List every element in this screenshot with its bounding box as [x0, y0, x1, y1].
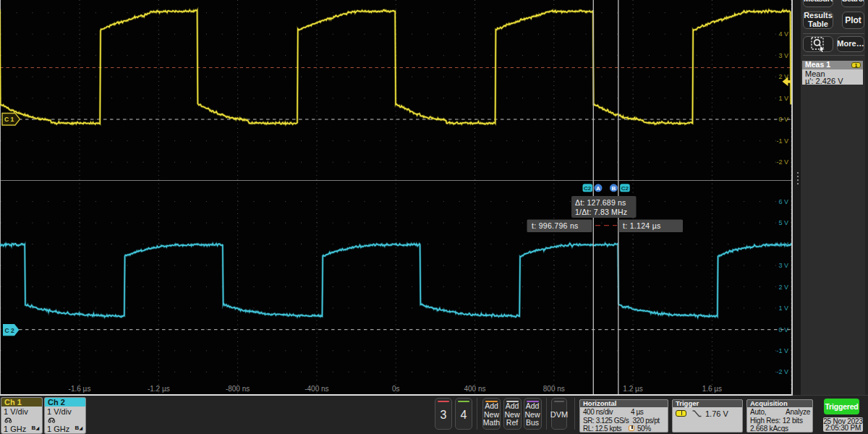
svg-text:0 V: 0 V: [778, 116, 788, 123]
svg-text:-800 ns: -800 ns: [226, 385, 250, 393]
svg-text:t: 1.124 µs: t: 1.124 µs: [623, 221, 661, 230]
svg-text:1 V: 1 V: [778, 305, 788, 312]
svg-text:-1.2 µs: -1.2 µs: [148, 385, 170, 393]
svg-text:C2: C2: [584, 185, 592, 192]
svg-text:-400 ns: -400 ns: [305, 385, 328, 393]
svg-text:0 V: 0 V: [778, 326, 788, 333]
svg-text:C 2: C 2: [5, 327, 15, 334]
svg-text:1.6 µs: 1.6 µs: [702, 385, 722, 393]
svg-text:0s: 0s: [392, 385, 400, 393]
svg-text:1 V: 1 V: [778, 95, 788, 102]
svg-text:A: A: [596, 185, 600, 192]
svg-text:5 V: 5 V: [778, 219, 788, 226]
svg-text:400 ns: 400 ns: [464, 385, 485, 393]
svg-text:B: B: [612, 185, 616, 192]
svg-text:t: 996.796 ns: t: 996.796 ns: [532, 221, 579, 230]
svg-text:3 V: 3 V: [778, 262, 788, 269]
svg-text:C2: C2: [621, 185, 629, 192]
svg-text:-1.6 µs: -1.6 µs: [69, 385, 91, 393]
svg-text:-1 V: -1 V: [776, 137, 788, 145]
svg-text:2 V: 2 V: [778, 284, 788, 291]
svg-text:C 1: C 1: [4, 116, 14, 123]
svg-text:1.2 µs: 1.2 µs: [623, 385, 642, 393]
svg-text:6 V: 6 V: [778, 198, 788, 205]
svg-text:-2 V: -2 V: [776, 368, 788, 375]
svg-text:-2 V: -2 V: [776, 158, 788, 166]
svg-text:4 V: 4 V: [778, 30, 788, 38]
svg-text:-1 V: -1 V: [776, 347, 788, 354]
svg-text:Δt: 127.689 ns: Δt: 127.689 ns: [575, 198, 626, 207]
svg-text:800 ns: 800 ns: [543, 385, 565, 393]
svg-text:1/Δt: 7.83 MHz: 1/Δt: 7.83 MHz: [575, 208, 627, 216]
svg-text:4 V: 4 V: [778, 241, 788, 248]
svg-text:3 V: 3 V: [778, 52, 788, 59]
